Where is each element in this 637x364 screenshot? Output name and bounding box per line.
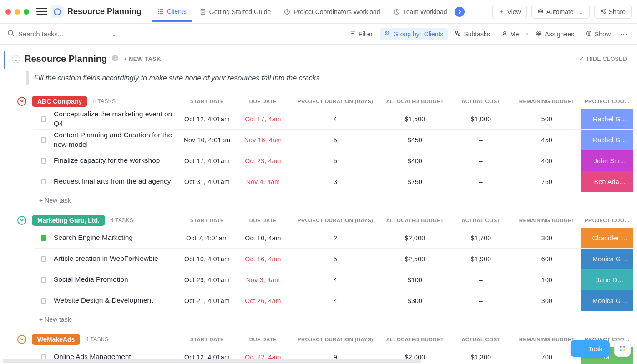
status-icon[interactable] <box>41 137 46 143</box>
task-row[interactable]: Conceptualize the marketing event on Q4 … <box>34 109 633 130</box>
column-header[interactable]: ACTUAL COST <box>449 99 513 104</box>
status-icon[interactable] <box>41 158 46 164</box>
actual-cost-cell[interactable]: – <box>449 157 513 165</box>
actual-cost-cell[interactable]: – <box>449 297 513 304</box>
due-date-cell[interactable]: Oct 10, 4am <box>236 234 290 242</box>
column-header[interactable]: START DATE <box>178 99 236 104</box>
menu-icon[interactable] <box>36 6 47 17</box>
hide-closed-button[interactable]: ✓ HIDE CLOSED <box>579 55 627 62</box>
collapse-group-icon[interactable] <box>17 97 26 106</box>
group-name-badge[interactable]: WeMakeAds <box>32 334 80 345</box>
tab-team-workload[interactable]: Team Workload <box>388 5 453 18</box>
start-date-cell[interactable]: Oct 21, 4:01am <box>178 297 236 304</box>
actual-cost-cell[interactable]: $1,700 <box>449 234 513 242</box>
coordinator-cell[interactable]: Rachel G… <box>581 130 633 150</box>
column-header[interactable]: ALLOCATED BUDGET <box>381 99 449 104</box>
group-by-button[interactable]: Group by: Clients <box>380 28 448 40</box>
task-row[interactable]: Request final arts from the ad agency Oc… <box>34 171 633 192</box>
group-name-badge[interactable]: Marketing Guru, Ltd. <box>32 215 105 226</box>
remaining-budget-cell[interactable]: 500 <box>513 115 581 123</box>
start-date-cell[interactable]: Oct 29, 4:01am <box>178 276 236 284</box>
actual-cost-cell[interactable]: $1,300 <box>449 354 513 361</box>
status-icon[interactable] <box>41 235 46 241</box>
allocated-budget-cell[interactable]: $2,000 <box>381 234 449 242</box>
column-header[interactable]: ACTUAL COST <box>449 218 513 223</box>
show-button[interactable]: Show <box>581 28 615 40</box>
duration-cell[interactable]: 4 <box>290 115 381 123</box>
create-task-fab[interactable]: ＋ Task <box>571 340 610 357</box>
start-date-cell[interactable]: Nov 10, 4:01am <box>178 136 236 144</box>
start-date-cell[interactable]: Oct 31, 4:01am <box>178 178 236 185</box>
start-date-cell[interactable]: Oct 10, 4:01am <box>178 255 236 263</box>
coordinator-cell[interactable]: Chandler … <box>581 228 633 248</box>
task-row[interactable]: Website Design & Development Oct 21, 4:0… <box>34 290 633 311</box>
search-input[interactable] <box>18 30 100 38</box>
due-date-cell[interactable]: Oct 26, 4am <box>236 297 290 304</box>
group-name-badge[interactable]: ABC Company <box>32 96 87 107</box>
remaining-budget-cell[interactable]: 450 <box>513 136 581 144</box>
allocated-budget-cell[interactable]: $100 <box>381 276 449 284</box>
coordinator-cell[interactable]: Rachel G… <box>581 109 633 129</box>
remaining-budget-cell[interactable]: 600 <box>513 255 581 263</box>
allocated-budget-cell[interactable]: $400 <box>381 157 449 165</box>
duration-cell[interactable]: 4 <box>290 276 381 284</box>
tab-clients[interactable]: Clients <box>152 2 192 22</box>
task-row[interactable]: Content Planning and Creation for the ne… <box>34 130 633 150</box>
column-header[interactable]: DUE DATE <box>236 337 290 342</box>
allocated-budget-cell[interactable]: $1,500 <box>381 115 449 123</box>
remaining-budget-cell[interactable]: 300 <box>513 297 581 304</box>
column-header[interactable]: DUE DATE <box>236 218 290 223</box>
automate-button[interactable]: Automate ⌄ <box>531 5 590 19</box>
allocated-budget-cell[interactable]: $750 <box>381 178 449 185</box>
duration-cell[interactable]: 5 <box>290 255 381 263</box>
allocated-budget-cell[interactable]: $300 <box>381 297 449 304</box>
allocated-budget-cell[interactable]: $2,500 <box>381 255 449 263</box>
actual-cost-cell[interactable]: – <box>449 136 513 144</box>
add-task-button[interactable]: + New task <box>34 311 633 328</box>
allocated-budget-cell[interactable]: $450 <box>381 136 449 144</box>
column-header[interactable]: ACTUAL COST <box>449 337 513 342</box>
status-icon[interactable] <box>41 179 46 184</box>
remaining-budget-cell[interactable]: 400 <box>513 157 581 165</box>
duration-cell[interactable]: 4 <box>290 297 381 304</box>
collapse-group-icon[interactable] <box>17 216 26 225</box>
start-date-cell[interactable]: Oct 7, 4:01am <box>178 234 236 242</box>
column-header[interactable]: PROJECT DURATION (DAYS) <box>290 337 381 342</box>
due-date-cell[interactable]: Nov 4, 4am <box>236 178 290 185</box>
duration-cell[interactable]: 3 <box>290 178 381 185</box>
due-date-cell[interactable]: Oct 23, 4am <box>236 157 290 165</box>
actual-cost-cell[interactable]: $1,000 <box>449 115 513 123</box>
task-row[interactable]: Search Engine Marketing Oct 7, 4:01am Oc… <box>34 228 633 249</box>
status-icon[interactable] <box>41 277 46 283</box>
collapse-group-icon[interactable] <box>17 335 26 344</box>
more-icon[interactable]: ⋯ <box>618 27 630 41</box>
me-button[interactable]: Me <box>497 28 523 40</box>
new-task-button[interactable]: + NEW TASK <box>123 55 161 62</box>
status-icon[interactable] <box>41 116 46 122</box>
column-header[interactable]: ALLOCATED BUDGET <box>381 218 449 223</box>
task-row[interactable]: Finalize capacity for the workshop Oct 1… <box>34 150 633 171</box>
coordinator-cell[interactable]: Monica G… <box>581 290 633 311</box>
actual-cost-cell[interactable]: – <box>449 276 513 284</box>
info-icon[interactable] <box>111 55 119 63</box>
app-logo[interactable] <box>51 5 64 18</box>
coordinator-cell[interactable]: John Sm… <box>581 150 633 171</box>
coordinator-cell[interactable]: Jane D… <box>581 269 633 290</box>
duration-cell[interactable]: 5 <box>290 157 381 165</box>
horizontal-scrollbar[interactable] <box>3 359 421 363</box>
add-view-button[interactable]: ＋ View <box>492 5 527 19</box>
chevron-down-icon[interactable]: ⌄ <box>111 30 116 38</box>
column-header[interactable]: START DATE <box>178 218 236 223</box>
start-date-cell[interactable]: Oct 12, 4:01am <box>178 115 236 123</box>
due-date-cell[interactable]: Oct 16, 4am <box>236 255 290 263</box>
remaining-budget-cell[interactable]: 300 <box>513 234 581 242</box>
duration-cell[interactable]: 2 <box>290 234 381 242</box>
actual-cost-cell[interactable]: – <box>449 178 513 185</box>
add-task-button[interactable]: + New task <box>34 192 633 209</box>
status-icon[interactable] <box>41 298 46 304</box>
column-header[interactable]: PROJECT COO… <box>581 218 633 223</box>
due-date-cell[interactable]: Nov 16, 4am <box>236 136 290 144</box>
tab-getting-started[interactable]: Getting Started Guide <box>194 5 276 18</box>
start-date-cell[interactable]: Oct 17, 4:01am <box>178 157 236 165</box>
column-header[interactable]: ALLOCATED BUDGET <box>381 337 449 342</box>
